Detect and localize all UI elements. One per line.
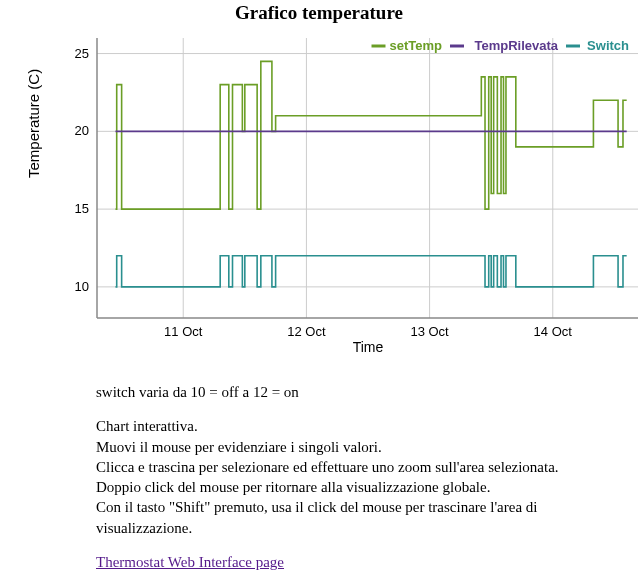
legend-Switch: Switch <box>587 38 629 53</box>
description-block: switch varia da 10 = off a 12 = on Chart… <box>96 382 596 572</box>
instructions: Chart interattiva.Muovi il mouse per evi… <box>96 416 596 538</box>
chart-area[interactable]: Temperature (C) 1015202511 Oct12 Oct13 O… <box>19 28 619 358</box>
svg-text:25: 25 <box>75 46 89 61</box>
svg-text:15: 15 <box>75 201 89 216</box>
series-Switch <box>115 256 626 287</box>
svg-text:10: 10 <box>75 279 89 294</box>
legend-setTemp: setTemp <box>390 38 443 53</box>
svg-text:13 Oct: 13 Oct <box>410 324 449 339</box>
line-chart-svg[interactable]: 1015202511 Oct12 Oct13 Oct14 OctSwitchTe… <box>59 28 638 358</box>
series-setTemp <box>115 61 626 209</box>
svg-text:14 Oct: 14 Oct <box>534 324 573 339</box>
y-axis-label: Temperature (C) <box>25 69 42 178</box>
svg-text:12 Oct: 12 Oct <box>287 324 326 339</box>
chart-title: Grafico temperature <box>0 2 638 24</box>
switch-note: switch varia da 10 = off a 12 = on <box>96 382 596 402</box>
x-axis-label: Time <box>353 339 384 355</box>
legend-TempRilevata: TempRilevata <box>474 38 558 53</box>
svg-text:11 Oct: 11 Oct <box>164 324 203 339</box>
svg-text:20: 20 <box>75 123 89 138</box>
thermostat-link[interactable]: Thermostat Web Interface page <box>96 554 284 570</box>
